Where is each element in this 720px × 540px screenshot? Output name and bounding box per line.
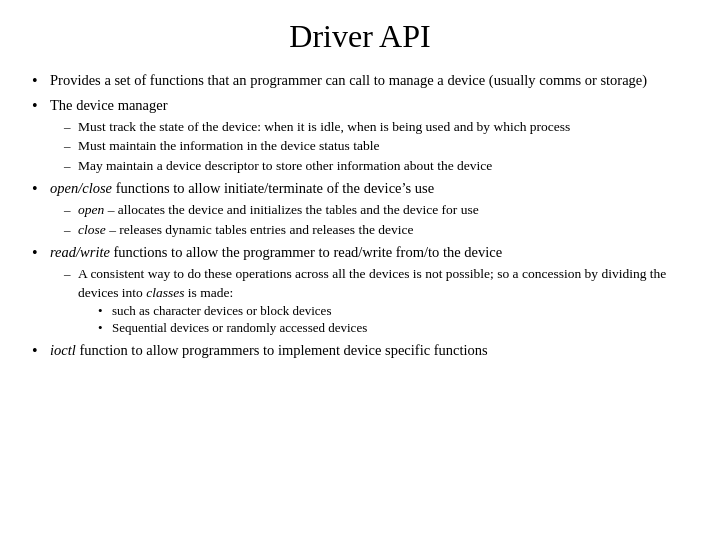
sub-sub-list: • such as character devices or block dev…	[98, 302, 688, 337]
list-item: • Sequential devices or randomly accesse…	[98, 319, 688, 337]
bullet-symbol: •	[32, 178, 50, 200]
sub-item-text: Must maintain the information in the dev…	[78, 137, 688, 155]
sub-item-text: open – allocates the device and initiali…	[78, 201, 688, 219]
list-item: – A consistent way to do these operation…	[64, 265, 688, 339]
sub-item-text: close – releases dynamic tables entries …	[78, 221, 688, 239]
list-item: • such as character devices or block dev…	[98, 302, 688, 320]
list-item: – close – releases dynamic tables entrie…	[64, 221, 688, 239]
list-item: – open – allocates the device and initia…	[64, 201, 688, 219]
dash-symbol: –	[64, 201, 78, 219]
list-item: • read/write functions to allow the prog…	[32, 243, 688, 264]
bullet-text: read/write functions to allow the progra…	[50, 243, 688, 263]
sub-list: – open – allocates the device and initia…	[64, 201, 688, 238]
bullet-symbol: •	[32, 95, 50, 117]
italic-text: open/close	[50, 180, 112, 196]
list-item: – Must maintain the information in the d…	[64, 137, 688, 155]
dash-symbol: –	[64, 157, 78, 175]
normal-text: functions to allow initiate/terminate of…	[112, 180, 434, 196]
bullet-symbol: •	[32, 340, 50, 362]
list-item: • The device manager	[32, 96, 688, 117]
sub-list: – A consistent way to do these operation…	[64, 265, 688, 339]
list-item: – Must track the state of the device: wh…	[64, 118, 688, 136]
dash-symbol: –	[64, 265, 78, 283]
normal-text: function to allow programmers to impleme…	[76, 342, 488, 358]
bullet-dot: •	[98, 319, 112, 337]
page-title: Driver API	[32, 18, 688, 55]
normal-text: – allocates the device and initializes t…	[104, 202, 478, 217]
italic-text: open	[78, 202, 104, 217]
normal-text: functions to allow the programmer to rea…	[110, 244, 502, 260]
dash-symbol: –	[64, 221, 78, 239]
list-item: • open/close functions to allow initiate…	[32, 179, 688, 200]
italic-text: read/write	[50, 244, 110, 260]
list-item: • Provides a set of functions that an pr…	[32, 71, 688, 92]
sub-item-text: May maintain a device descriptor to stor…	[78, 157, 688, 175]
sub-item-text: A consistent way to do these operations …	[78, 265, 688, 339]
bullet-symbol: •	[32, 70, 50, 92]
bullet-text: The device manager	[50, 96, 688, 116]
sub-sub-text: Sequential devices or randomly accessed …	[112, 319, 367, 337]
normal-text: – releases dynamic tables entries and re…	[106, 222, 414, 237]
bullet-text: Provides a set of functions that an prog…	[50, 71, 688, 91]
italic-text: ioctl	[50, 342, 76, 358]
bullet-text: open/close functions to allow initiate/t…	[50, 179, 688, 199]
sub-list: – Must track the state of the device: wh…	[64, 118, 688, 175]
list-item: • ioctl function to allow programmers to…	[32, 341, 688, 362]
page: Driver API • Provides a set of functions…	[0, 0, 720, 540]
content-area: • Provides a set of functions that an pr…	[32, 71, 688, 362]
italic-text: classes	[146, 285, 184, 300]
bullet-dot: •	[98, 302, 112, 320]
dash-symbol: –	[64, 118, 78, 136]
list-item: – May maintain a device descriptor to st…	[64, 157, 688, 175]
sub-sub-text: such as character devices or block devic…	[112, 302, 331, 320]
dash-symbol: –	[64, 137, 78, 155]
normal-text: is made:	[184, 285, 233, 300]
sub-item-text: Must track the state of the device: when…	[78, 118, 688, 136]
italic-text: close	[78, 222, 106, 237]
bullet-symbol: •	[32, 242, 50, 264]
bullet-text: ioctl function to allow programmers to i…	[50, 341, 688, 361]
